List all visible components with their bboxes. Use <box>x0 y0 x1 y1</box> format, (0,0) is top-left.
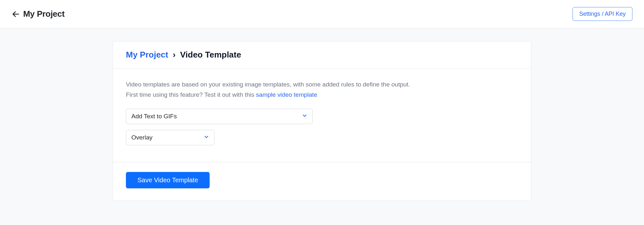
settings-api-key-button[interactable]: Settings / API Key <box>573 7 632 21</box>
save-video-template-button[interactable]: Save Video Template <box>126 172 210 188</box>
description-text: Video templates are based on your existi… <box>126 79 518 100</box>
template-select[interactable]: Add Text to GIFs <box>126 109 313 124</box>
description-line-2-prefix: First time using this feature? Test it o… <box>126 91 256 98</box>
breadcrumb-root-link[interactable]: My Project <box>126 50 168 60</box>
breadcrumb-current: Video Template <box>180 50 241 60</box>
sample-video-template-link[interactable]: sample video template <box>256 91 317 98</box>
video-template-card: My Project › Video Template Video templa… <box>113 41 531 201</box>
description-line-1: Video templates are based on your existi… <box>126 81 410 88</box>
page-title: My Project <box>23 9 65 19</box>
back-arrow-icon[interactable] <box>12 10 20 18</box>
breadcrumb: My Project › Video Template <box>126 50 518 60</box>
mode-select[interactable]: Overlay <box>126 130 214 145</box>
breadcrumb-separator: › <box>173 50 176 60</box>
